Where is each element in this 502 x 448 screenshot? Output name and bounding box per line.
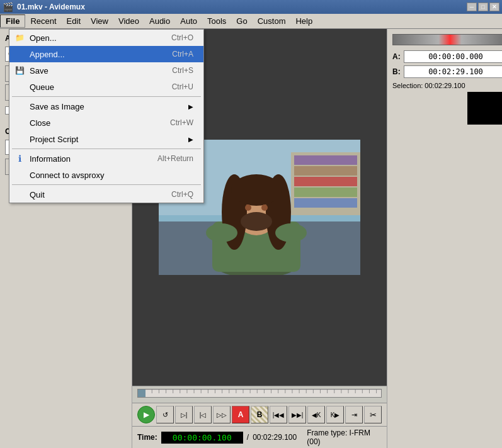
menu-tools[interactable]: Tools: [202, 15, 231, 27]
submenu-arrow: ▶: [188, 103, 193, 110]
menu-custom[interactable]: Custom: [253, 15, 291, 27]
menu-auto[interactable]: Auto: [175, 15, 202, 27]
prev-keyframe-button[interactable]: ◀K: [307, 406, 325, 423]
timeline-track[interactable]: [137, 389, 382, 398]
save-label: Save: [30, 66, 48, 76]
menu-item-connect-avsproxy[interactable]: Connect to avsproxy: [9, 167, 203, 183]
menu-video[interactable]: Video: [113, 15, 144, 27]
go-start-button[interactable]: |◀◀: [270, 406, 287, 423]
total-time: 00:02:29.100: [253, 433, 297, 442]
minimize-button[interactable]: ─: [467, 3, 477, 11]
rewind-button[interactable]: ↺: [156, 406, 174, 423]
information-shortcut: Alt+Return: [157, 154, 193, 163]
append-label: Append...: [30, 50, 65, 59]
next-keyframe-button[interactable]: K▶: [326, 406, 344, 423]
close-label: Close: [30, 118, 50, 128]
svg-rect-5: [294, 177, 357, 186]
svg-rect-4: [294, 166, 357, 176]
titlebar: 🎬 01.mkv - Avidemux ─ □ ✕: [0, 0, 502, 14]
prev-frame-button[interactable]: |◁: [194, 406, 212, 423]
menu-view[interactable]: View: [86, 15, 113, 27]
svg-point-16: [261, 204, 268, 211]
svg-rect-6: [294, 188, 357, 197]
separator-1: [12, 96, 201, 97]
time-b-value: 00:02:29.100: [404, 65, 502, 78]
titlebar-buttons: ─ □ ✕: [467, 3, 499, 11]
time-b-row: B: 00:02:29.100: [392, 65, 502, 78]
menu-recent[interactable]: Recent: [25, 15, 61, 27]
maximize-button[interactable]: □: [478, 3, 488, 11]
append-shortcut: Ctrl+A: [172, 50, 193, 59]
quit-shortcut: Ctrl+Q: [171, 190, 193, 199]
open-label: Open...: [30, 33, 57, 43]
separator-2: [12, 148, 201, 149]
time-a-row: A: 00:00:00.000: [392, 50, 502, 63]
time-a-label: A:: [392, 52, 401, 61]
time-b-label: B:: [392, 67, 401, 76]
svg-point-15: [245, 204, 251, 211]
menu-item-information[interactable]: ℹ Information Alt+Return: [9, 150, 203, 167]
menu-edit[interactable]: Edit: [62, 15, 86, 27]
info-icon: ℹ: [14, 154, 25, 164]
menu-item-open[interactable]: 📁 Open... Ctrl+O: [9, 30, 203, 46]
titlebar-title: 01.mkv - Avidemux: [17, 3, 467, 11]
queue-shortcut: Ctrl+U: [172, 82, 193, 91]
menubar: File Recent Edit View Video Audio Auto T…: [0, 14, 502, 29]
menu-item-save-image[interactable]: Save as Image ▶: [9, 98, 203, 115]
project-script-arrow: ▶: [188, 136, 193, 143]
queue-label: Queue: [30, 82, 54, 92]
file-dropdown-menu: 📁 Open... Ctrl+O Append... Ctrl+A 💾 Save…: [9, 29, 204, 203]
transport-controls: ▶ ↺ ▷| |◁ ▷▷ A B |◀◀ ▶▶| ◀K K▶ ⇥ ✂: [132, 403, 387, 426]
menu-item-save[interactable]: 💾 Save Ctrl+S: [9, 62, 203, 79]
timeline-ticks: [138, 389, 381, 397]
fast-forward-button[interactable]: ▷▷: [213, 406, 231, 423]
close-button[interactable]: ✕: [489, 3, 499, 11]
svg-point-17: [241, 212, 272, 231]
time-a-value: 00:00:00.000: [404, 50, 502, 63]
menu-item-close[interactable]: Close Ctrl+W: [9, 115, 203, 131]
menu-audio[interactable]: Audio: [144, 15, 175, 27]
selection-text: Selection: 00:02:29.100: [392, 82, 502, 89]
open-shortcut: Ctrl+O: [171, 33, 193, 42]
mark-b-button[interactable]: B: [251, 406, 268, 423]
quit-label: Quit: [30, 190, 45, 199]
goto-button[interactable]: ⇥: [345, 406, 363, 423]
connect-avsproxy-label: Connect to avsproxy: [30, 171, 105, 180]
save-icon: 💾: [14, 65, 25, 76]
cut-button[interactable]: ✂: [364, 406, 382, 423]
go-end-button[interactable]: ▶▶|: [288, 406, 306, 423]
menu-item-append[interactable]: Append... Ctrl+A: [9, 46, 203, 62]
menu-item-quit[interactable]: Quit Ctrl+Q: [9, 186, 203, 203]
separator-3: [12, 184, 201, 185]
menu-item-project-script[interactable]: Project Script ▶: [9, 131, 203, 147]
mark-a-button[interactable]: A: [232, 406, 249, 423]
status-bar: Time: 00:00:00.100 / 00:02:29.100 Frame …: [132, 426, 387, 448]
frame-type: Frame type: I-FRM (00): [307, 428, 382, 446]
play-button[interactable]: ▶: [137, 406, 155, 423]
timeline-area: [132, 386, 387, 403]
svg-point-14: [231, 174, 282, 206]
information-label: Information: [30, 154, 71, 164]
svg-rect-3: [294, 155, 357, 165]
svg-point-19: [275, 223, 307, 242]
next-frame-button[interactable]: ▷|: [175, 406, 193, 423]
svg-rect-7: [294, 198, 357, 208]
timeline-progress: [138, 389, 145, 397]
menu-go[interactable]: Go: [231, 15, 252, 27]
open-icon: 📁: [14, 33, 25, 43]
menu-help[interactable]: Help: [290, 15, 317, 27]
project-script-label: Project Script: [30, 135, 78, 144]
save-image-label: Save as Image: [30, 102, 84, 111]
time-display: 00:00:00.100: [161, 432, 243, 444]
total-time-divider: /: [247, 433, 249, 442]
save-shortcut: Ctrl+S: [172, 66, 193, 75]
app-icon: 🎬: [3, 2, 13, 12]
preview-thumbnail: [467, 92, 502, 125]
svg-point-18: [206, 223, 237, 242]
time-label: Time:: [137, 433, 157, 442]
menu-file[interactable]: File: [0, 14, 25, 28]
close-shortcut: Ctrl+W: [170, 118, 193, 127]
right-panel: A: 00:00:00.000 B: 00:02:29.100 Selectio…: [387, 29, 502, 448]
transport-bar: [392, 34, 502, 45]
menu-item-queue[interactable]: Queue Ctrl+U: [9, 79, 203, 95]
